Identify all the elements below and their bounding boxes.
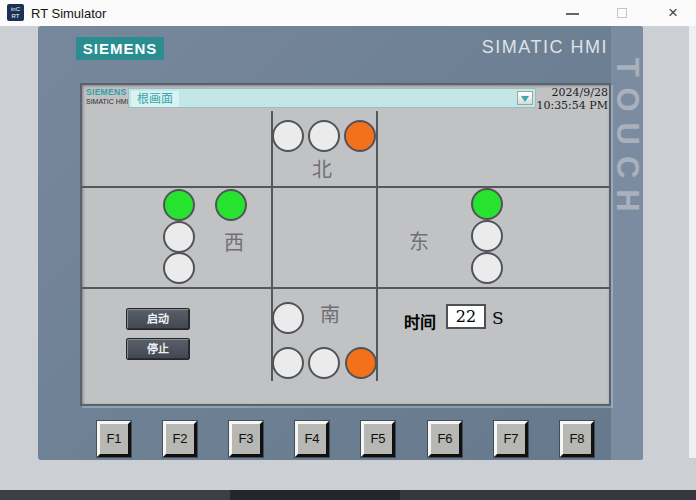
traffic-light-north-1 <box>272 120 304 152</box>
road-line-vertical-right <box>376 111 378 381</box>
stop-button[interactable]: 停止 <box>126 338 190 360</box>
touch-vertical-label: TOUCH <box>611 58 643 318</box>
label-north: 北 <box>312 154 332 183</box>
app-icon-text-top: inC <box>7 6 24 13</box>
label-west: 西 <box>224 227 244 256</box>
traffic-light-south-1 <box>272 302 304 334</box>
bottom-taskbar-segment-mid <box>400 490 696 500</box>
screen-selector-value: 根画面 <box>131 91 179 107</box>
traffic-light-east-3 <box>471 252 503 284</box>
traffic-light-west-4 <box>163 252 195 284</box>
close-icon[interactable]: × <box>660 2 686 24</box>
minimize-icon[interactable] <box>566 13 579 15</box>
traffic-light-south-2 <box>272 347 304 379</box>
function-key-f3[interactable]: F3 <box>229 421 263 457</box>
traffic-light-north-3 <box>344 120 376 152</box>
screen-brand-text: SIEMENS <box>86 88 129 97</box>
traffic-light-south-3 <box>308 347 340 379</box>
window-right-edge <box>689 26 696 458</box>
timer-value-field[interactable]: 22 <box>446 304 486 329</box>
traffic-light-north-2 <box>308 120 340 152</box>
traffic-light-east-1 <box>471 188 503 220</box>
traffic-light-east-2 <box>471 220 503 252</box>
traffic-light-west-1 <box>163 189 195 221</box>
siemens-logo: SIEMENS <box>76 37 164 60</box>
time-text: 10:35:54 PM <box>412 99 608 112</box>
function-key-f2[interactable]: F2 <box>163 421 197 457</box>
window-title: RT Simulator <box>31 6 106 21</box>
traffic-light-west-2 <box>215 189 247 221</box>
road-line-vertical-left <box>271 111 273 381</box>
road-line-horizontal-bottom <box>82 287 609 289</box>
screen-brand-subtext: SIMATIC HMI <box>86 97 129 106</box>
function-key-f5[interactable]: F5 <box>361 421 395 457</box>
function-key-f6[interactable]: F6 <box>428 421 462 457</box>
traffic-light-west-3 <box>163 221 195 253</box>
road-line-horizontal-top <box>82 186 609 188</box>
datetime-display: 2024/9/28 10:35:54 PM <box>412 86 608 112</box>
function-key-f7[interactable]: F7 <box>494 421 528 457</box>
timer-label: 时间 <box>404 309 436 333</box>
maximize-icon[interactable] <box>617 8 627 18</box>
screen-siemens-logo: SIEMENS SIMATIC HMI <box>86 88 129 106</box>
hmi-screen: SIEMENS SIMATIC HMI 根画面 2024/9/28 10:35:… <box>82 85 609 404</box>
function-key-f4[interactable]: F4 <box>295 421 329 457</box>
window-titlebar: inC RT RT Simulator × <box>0 0 696 26</box>
app-icon-text-bottom: RT <box>7 13 24 20</box>
label-south: 南 <box>320 299 340 328</box>
wincc-rt-app-icon: inC RT <box>7 4 24 21</box>
bottom-taskbar-segment-dark <box>230 490 400 500</box>
traffic-light-south-4 <box>345 347 377 379</box>
start-button[interactable]: 启动 <box>126 308 190 330</box>
label-east: 东 <box>409 226 429 255</box>
function-key-f1[interactable]: F1 <box>97 421 131 457</box>
function-key-f8[interactable]: F8 <box>560 421 594 457</box>
date-text: 2024/9/28 <box>412 86 608 99</box>
simatic-hmi-label: SIMATIC HMI <box>380 37 608 58</box>
timer-unit: S <box>492 308 504 328</box>
